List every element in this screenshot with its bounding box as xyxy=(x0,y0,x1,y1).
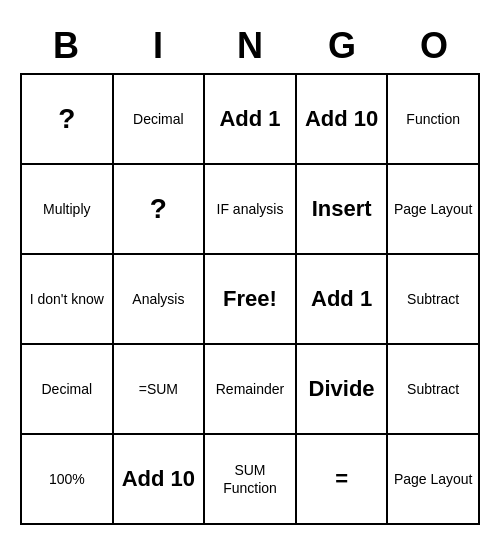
title-letter: B xyxy=(20,19,112,73)
bingo-cell-0-0: ? xyxy=(22,75,114,165)
title-letter: N xyxy=(204,19,296,73)
bingo-cell-1-4: Page Layout xyxy=(388,165,480,255)
bingo-cell-3-4: Subtract xyxy=(388,345,480,435)
bingo-cell-1-3: Insert xyxy=(297,165,389,255)
bingo-cell-0-2: Add 1 xyxy=(205,75,297,165)
bingo-cell-2-3: Add 1 xyxy=(297,255,389,345)
bingo-cell-2-0: I don't know xyxy=(22,255,114,345)
bingo-cell-3-1: =SUM xyxy=(114,345,206,435)
bingo-cell-1-2: IF analysis xyxy=(205,165,297,255)
bingo-cell-4-0: 100% xyxy=(22,435,114,525)
bingo-cell-0-4: Function xyxy=(388,75,480,165)
bingo-cell-3-3: Divide xyxy=(297,345,389,435)
bingo-cell-2-1: Analysis xyxy=(114,255,206,345)
bingo-cell-0-3: Add 10 xyxy=(297,75,389,165)
bingo-cell-4-3: = xyxy=(297,435,389,525)
bingo-grid: ?DecimalAdd 1Add 10FunctionMultiply?IF a… xyxy=(20,73,480,525)
bingo-title: BINGO xyxy=(20,19,480,73)
title-letter: O xyxy=(388,19,480,73)
title-letter: G xyxy=(296,19,388,73)
bingo-cell-2-2: Free! xyxy=(205,255,297,345)
title-letter: I xyxy=(112,19,204,73)
bingo-cell-2-4: Subtract xyxy=(388,255,480,345)
bingo-card: BINGO ?DecimalAdd 1Add 10FunctionMultipl… xyxy=(20,19,480,525)
bingo-cell-3-0: Decimal xyxy=(22,345,114,435)
bingo-cell-3-2: Remainder xyxy=(205,345,297,435)
bingo-cell-4-2: SUM Function xyxy=(205,435,297,525)
bingo-cell-1-1: ? xyxy=(114,165,206,255)
bingo-cell-4-1: Add 10 xyxy=(114,435,206,525)
bingo-cell-1-0: Multiply xyxy=(22,165,114,255)
bingo-cell-0-1: Decimal xyxy=(114,75,206,165)
bingo-cell-4-4: Page Layout xyxy=(388,435,480,525)
